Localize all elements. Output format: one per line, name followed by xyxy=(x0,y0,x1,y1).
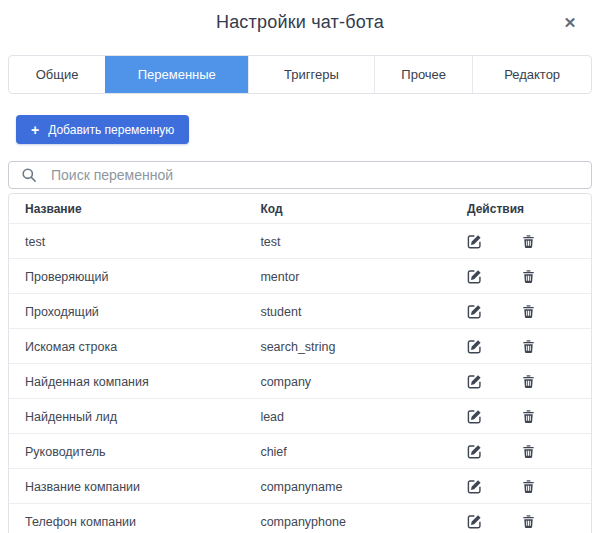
column-header-actions: Действия xyxy=(465,202,575,216)
table-row: Название компании companyname xyxy=(9,468,591,503)
variable-code: mentor xyxy=(260,270,465,284)
row-actions xyxy=(465,374,575,389)
edit-icon[interactable] xyxy=(467,479,482,494)
variable-name: Телефон компании xyxy=(25,515,260,529)
row-actions xyxy=(465,444,575,459)
tab-editor[interactable]: Редактор xyxy=(472,56,591,93)
row-actions xyxy=(465,269,575,284)
edit-icon[interactable] xyxy=(467,269,482,284)
row-actions xyxy=(465,234,575,249)
variable-code: search_string xyxy=(260,340,465,354)
tab-other[interactable]: Прочее xyxy=(374,56,472,93)
tab-label: Прочее xyxy=(401,67,446,82)
trash-icon[interactable] xyxy=(521,409,536,424)
trash-icon[interactable] xyxy=(521,444,536,459)
row-actions xyxy=(465,304,575,319)
trash-icon[interactable] xyxy=(521,269,536,284)
table-row: Найденная компания company xyxy=(9,363,591,398)
variable-code: companyphone xyxy=(260,515,465,529)
table-body: test test Проверяющий mentor xyxy=(9,223,591,533)
search-bar xyxy=(8,161,592,189)
edit-icon[interactable] xyxy=(467,409,482,424)
close-icon[interactable]: ✕ xyxy=(560,13,580,33)
edit-icon[interactable] xyxy=(467,444,482,459)
tab-label: Редактор xyxy=(504,67,560,82)
chatbot-settings-dialog: Настройки чат-бота ✕ Общие Переменные Тр… xyxy=(0,0,600,533)
search-input[interactable] xyxy=(8,161,592,189)
variable-code: chief xyxy=(260,445,465,459)
add-variable-button-label: Добавить переменную xyxy=(48,123,174,137)
edit-icon[interactable] xyxy=(467,304,482,319)
variable-name: Проходящий xyxy=(25,305,260,319)
edit-icon[interactable] xyxy=(467,374,482,389)
variables-table: Название Код Действия test test xyxy=(8,193,592,533)
variable-name: Руководитель xyxy=(25,445,260,459)
page-title: Настройки чат-бота xyxy=(0,12,600,33)
tab-triggers[interactable]: Триггеры xyxy=(248,56,375,93)
tab-variables[interactable]: Переменные xyxy=(105,56,248,93)
variable-name: test xyxy=(25,235,260,249)
row-actions xyxy=(465,479,575,494)
variable-code: companyname xyxy=(260,480,465,494)
table-row: Проходящий student xyxy=(9,293,591,328)
trash-icon[interactable] xyxy=(521,374,536,389)
variable-name: Искомая строка xyxy=(25,340,260,354)
variable-code: company xyxy=(260,375,465,389)
row-actions xyxy=(465,339,575,354)
plus-icon: + xyxy=(31,123,39,137)
edit-icon[interactable] xyxy=(467,514,482,529)
variable-name: Название компании xyxy=(25,480,260,494)
table-row: Искомая строка search_string xyxy=(9,328,591,363)
edit-icon[interactable] xyxy=(467,339,482,354)
variable-code: student xyxy=(260,305,465,319)
variable-code: test xyxy=(260,235,465,249)
table-row: Проверяющий mentor xyxy=(9,258,591,293)
trash-icon[interactable] xyxy=(521,514,536,529)
tab-label: Переменные xyxy=(138,67,216,82)
column-header-name: Название xyxy=(25,202,260,216)
trash-icon[interactable] xyxy=(521,479,536,494)
table-row: test test xyxy=(9,223,591,258)
table-row: Руководитель chief xyxy=(9,433,591,468)
trash-icon[interactable] xyxy=(521,234,536,249)
table-row: Телефон компании companyphone xyxy=(9,503,591,533)
trash-icon[interactable] xyxy=(521,304,536,319)
table-header: Название Код Действия xyxy=(9,194,591,223)
table-row: Найденный лид lead xyxy=(9,398,591,433)
tab-bar: Общие Переменные Триггеры Прочее Редакто… xyxy=(8,55,592,94)
add-variable-button[interactable]: + Добавить переменную xyxy=(16,115,189,144)
trash-icon[interactable] xyxy=(521,339,536,354)
edit-icon[interactable] xyxy=(467,234,482,249)
variable-name: Найденная компания xyxy=(25,375,260,389)
variable-name: Проверяющий xyxy=(25,270,260,284)
tab-general[interactable]: Общие xyxy=(9,56,105,93)
tab-label: Общие xyxy=(36,67,79,82)
variable-name: Найденный лид xyxy=(25,410,260,424)
row-actions xyxy=(465,514,575,529)
search-icon xyxy=(21,167,37,183)
row-actions xyxy=(465,409,575,424)
variable-code: lead xyxy=(260,410,465,424)
tab-label: Триггеры xyxy=(284,67,339,82)
column-header-code: Код xyxy=(260,202,465,216)
